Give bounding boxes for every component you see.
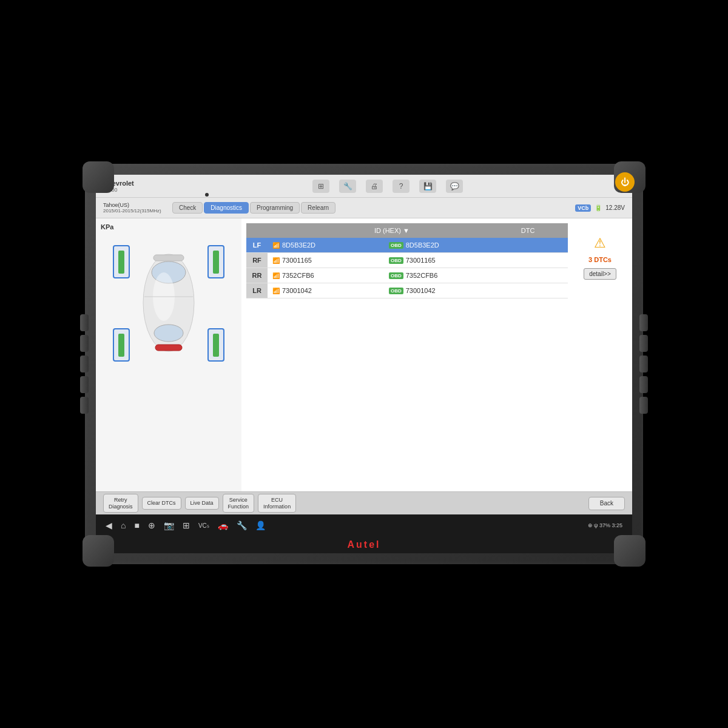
wifi-icon-lf: 📶 — [272, 242, 280, 249]
table-row[interactable]: RR 📶 7352CFB6 — [246, 268, 568, 283]
tablet-screen: Chevrolet V1.00 ⊞ 🔧 🖨 ? 💾 💬 Tahoe(US) 20… — [96, 175, 632, 553]
svg-rect-4 — [153, 255, 184, 261]
col-header-empty — [246, 223, 268, 238]
position-lr: LR — [246, 283, 268, 298]
grip-left — [80, 314, 89, 414]
tire-rear-left — [113, 328, 130, 362]
tab-relearn[interactable]: Relearn — [301, 202, 335, 214]
android-status: ⊕ ψ 37% 3:25 — [588, 522, 622, 528]
camera-nav-icon[interactable]: 📷 — [164, 521, 174, 530]
wifi-icon-rf: 📶 — [272, 257, 280, 264]
vcb-badge: VCb — [575, 204, 591, 212]
save-icon[interactable]: 💾 — [419, 180, 436, 193]
print-icon[interactable]: 🖨 — [366, 180, 383, 193]
bottom-action-bar: RetryDiagnosis Clear DTCs Live Data Serv… — [96, 491, 632, 514]
tools-icon[interactable]: 🔧 — [339, 180, 356, 193]
tire-nav-icon[interactable]: 🔧 — [237, 521, 247, 530]
vehicle-name: Tahoe(US) — [103, 202, 170, 208]
car-diagram — [108, 233, 229, 372]
sensor-val-rr: 7352CFB6 — [282, 272, 314, 279]
tire-inner-fr — [213, 251, 219, 274]
voltage-display: 12.28V — [605, 204, 625, 211]
back-button[interactable]: Back — [588, 497, 625, 510]
obd-val-rr: 7352CFB6 — [406, 272, 438, 279]
chat-icon[interactable]: 💬 — [446, 180, 463, 193]
top-icons: ⊞ 🔧 🖨 ? 💾 💬 — [150, 180, 625, 193]
sensor-table: ID (HEX) ▼ DTC LF 📶 — [246, 223, 568, 298]
tire-inner-fl — [118, 251, 124, 274]
sensor-val-rf: 73001165 — [282, 257, 312, 264]
battery-icon: 🔋 — [595, 204, 602, 211]
user-nav-icon[interactable]: 👤 — [255, 521, 266, 530]
tire-inner-rl — [118, 334, 124, 357]
back-nav-icon[interactable]: ◀ — [106, 521, 112, 530]
wifi-icon-lr: 📶 — [272, 288, 280, 294]
recents-nav-icon[interactable]: ■ — [134, 521, 139, 530]
vc-nav-icon[interactable]: VC₅ — [198, 522, 209, 529]
obd-id-rr: OBD 7352CFB6 — [384, 268, 516, 283]
tab-check[interactable]: Check — [172, 202, 203, 214]
obd-badge-lf: OBD — [389, 242, 403, 249]
car-nav-icon[interactable]: 🚗 — [218, 521, 228, 530]
autel-branding-bar: Autel — [96, 536, 632, 553]
col-header-id-hex[interactable]: ID (HEX) ▼ — [268, 223, 516, 238]
android-nav-bar: ◀ ⌂ ■ ⊕ 📷 ⊞ VC₅ 🚗 🔧 👤 ⊕ ψ 37% 3:25 — [96, 514, 632, 536]
wifi-icon-rr: 📶 — [272, 272, 280, 279]
position-lf: LF — [246, 238, 268, 253]
corner-bl — [83, 535, 114, 567]
dtc-count: 3 DTCs — [588, 256, 612, 263]
sensor-id-lr: 📶 73001042 — [268, 283, 384, 298]
obd-id-lr: OBD 73001042 — [384, 283, 516, 298]
sensor-val-lr: 73001042 — [282, 287, 312, 294]
svg-point-2 — [154, 325, 183, 342]
svg-rect-5 — [155, 345, 182, 351]
data-table-wrap: ID (HEX) ▼ DTC LF 📶 — [246, 223, 568, 487]
live-data-button[interactable]: Live Data — [185, 497, 219, 510]
detail-button[interactable]: detail>> — [584, 268, 616, 280]
tabs-bar: Tahoe(US) 2015/01-2015/12(315MHz) Check … — [96, 198, 632, 218]
warning-icon: ⚠ — [594, 235, 606, 251]
sensor-id-lf: 📶 8D5B3E2D — [268, 238, 384, 253]
left-panel: KPa — [96, 218, 241, 491]
android-icons: ◀ ⌂ ■ ⊕ 📷 ⊞ VC₅ 🚗 🔧 👤 — [106, 521, 266, 530]
home-nav-icon[interactable]: ⌂ — [121, 521, 126, 530]
retry-diagnosis-button[interactable]: RetryDiagnosis — [103, 494, 138, 513]
table-row[interactable]: RF 📶 73001165 — [246, 253, 568, 268]
clear-dtcs-button[interactable]: Clear DTCs — [142, 497, 181, 510]
home-icon[interactable]: ⊞ — [312, 180, 329, 193]
main-screen: Chevrolet V1.00 ⊞ 🔧 🖨 ? 💾 💬 Tahoe(US) 20… — [96, 175, 632, 553]
obd-badge-rr: OBD — [389, 272, 403, 279]
table-row[interactable]: LF 📶 8D5B3E2D — [246, 238, 568, 253]
service-function-button[interactable]: ServiceFunction — [223, 494, 255, 513]
settings-nav-icon[interactable]: ⊕ — [148, 521, 155, 530]
position-rf: RF — [246, 253, 268, 268]
kpa-label: KPa — [101, 223, 113, 231]
right-panel: ID (HEX) ▼ DTC LF 📶 — [241, 218, 632, 491]
status-text: ⊕ ψ 37% 3:25 — [588, 522, 622, 528]
table-row[interactable]: LR 📶 73001042 — [246, 283, 568, 298]
tire-front-left — [113, 245, 130, 278]
help-icon[interactable]: ? — [393, 180, 410, 193]
ecu-information-button[interactable]: ECUInformation — [258, 494, 296, 513]
obd-val-lr: 73001042 — [406, 287, 436, 294]
position-rr: RR — [246, 268, 268, 283]
obd-badge-rf: OBD — [389, 257, 403, 264]
dtc-rf — [516, 253, 568, 268]
power-button[interactable]: ⏻ — [615, 172, 635, 192]
dtc-rr — [516, 268, 568, 283]
main-content: KPa — [96, 218, 632, 491]
tablet-device: ⏻ Chevrolet V1.00 ⊞ 🔧 🖨 ? 💾 💬 — [85, 164, 643, 564]
dtc-lf — [516, 238, 568, 253]
obd-val-lf: 8D5B3E2D — [406, 241, 439, 249]
vehicle-info: Tahoe(US) 2015/01-2015/12(315MHz) — [103, 202, 170, 214]
corner-tl — [83, 161, 114, 193]
tab-diagnostics[interactable]: Diagnostics — [204, 202, 249, 214]
tab-programming[interactable]: Programming — [250, 202, 300, 214]
obd-id-lf: OBD 8D5B3E2D — [384, 238, 516, 253]
grid-nav-icon[interactable]: ⊞ — [183, 521, 190, 530]
autel-logo: Autel — [348, 539, 381, 550]
sensor-id-rf: 📶 73001165 — [268, 253, 384, 268]
tab-group: Check Diagnostics Programming Relearn — [172, 202, 335, 214]
vcb-info: VCb 🔋 12.28V — [575, 204, 625, 212]
sensor-id-rr: 📶 7352CFB6 — [268, 268, 384, 283]
